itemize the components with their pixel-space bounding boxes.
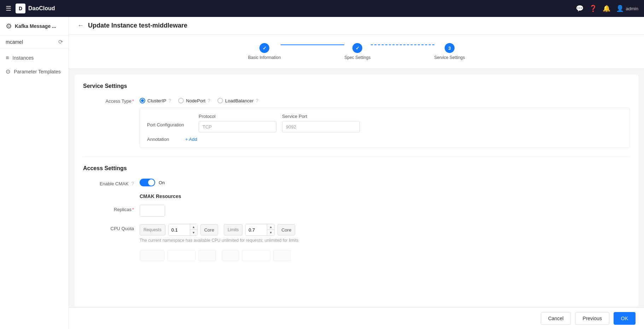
radio-clusterip-circle [140,98,145,103]
step-basic-info-label: Basic Information [248,55,281,60]
brand-name: DaoCloud [28,5,55,12]
previous-button[interactable]: Previous [575,312,609,325]
radio-nodeport[interactable]: NodePort ? [178,98,210,103]
admin-label: admin [626,6,638,11]
memory-requests-box [167,250,195,261]
port-service-col: Service Port [282,114,360,132]
memory-quota-row [83,250,630,261]
cancel-button[interactable]: Cancel [541,312,571,325]
replicas-input-container: ▲ ▼ [140,205,165,217]
step-basic-info-circle: ✓ [259,43,269,53]
limits-unit: Core [277,224,295,235]
sidebar-item-parameter-templates[interactable]: ⊙ Parameter Templates [0,65,69,78]
requests-badge: Requests [140,224,165,235]
access-settings-title: Access Settings [83,165,630,172]
radio-nodeport-label: NodePort [186,98,205,103]
access-type-radio-group: ClusterIP ? NodePort ? LoadBalancer ? [140,96,630,103]
sidebar: ⚙ Kafka Message ... mcamel ⟳ ≡ Instances… [0,17,69,329]
nodeport-help-icon[interactable]: ? [207,98,210,103]
replicas-input[interactable] [140,205,165,216]
requests-value-box: ▲ ▼ [168,224,198,236]
port-fields: Port Configuration Protocol Service Port [147,114,622,132]
add-annotation-button[interactable]: + Add [185,137,197,142]
help-icon[interactable]: ❓ [589,5,597,12]
step-service-settings: 3 Service Settings [434,43,465,60]
cpu-quota-label: CPU Quota [83,224,140,231]
enable-cmak-help-icon[interactable]: ? [131,181,134,186]
service-port-input[interactable] [282,121,360,132]
steps-container: ✓ Basic Information ✓ Spec Settings 3 Se… [69,35,644,69]
logo-icon: D [16,4,25,13]
protocol-col-label: Protocol [199,114,276,119]
sidebar-nav: ≡ Instances ⊙ Parameter Templates [0,48,69,81]
hamburger-icon[interactable]: ☰ [6,5,11,12]
limits-value-box: ▲ ▼ [245,224,275,236]
clusterip-help-icon[interactable]: ? [168,98,171,103]
radio-clusterip[interactable]: ClusterIP ? [140,98,171,103]
chat-icon[interactable]: 💬 [576,5,584,12]
step-service-settings-circle: 3 [445,43,455,53]
toggle-container: On [140,179,630,186]
cpu-quota-row: CPU Quota Requests ▲ ▼ Core Limits [83,224,630,243]
limits-increment[interactable]: ▲ [267,224,274,230]
instances-icon: ≡ [6,55,9,61]
step-line-2 [371,44,434,45]
brand-logo: D DaoCloud [16,4,55,13]
replicas-control: ▲ ▼ [140,205,630,217]
sidebar-user-name: mcamel [6,39,23,45]
step-spec-settings-circle: ✓ [352,43,362,53]
radio-loadbalancer[interactable]: LoadBalancer ? [217,98,258,103]
cpu-quota-control: Requests ▲ ▼ Core Limits [140,224,630,243]
replicas-label: Replicas* [83,205,140,212]
limits-decrement[interactable]: ▼ [267,230,274,235]
step-spec-settings: ✓ Spec Settings [344,43,370,60]
service-settings-title: Service Settings [83,83,630,89]
form-content: Service Settings Access Type* ClusterIP … [75,74,638,306]
requests-increment[interactable]: ▲ [190,224,197,230]
step-basic-info: ✓ Basic Information [248,43,281,60]
limits-input[interactable] [246,224,267,235]
back-button[interactable]: ← [77,22,84,29]
service-port-col-label: Service Port [282,114,360,119]
access-type-control: ClusterIP ? NodePort ? LoadBalancer ? [140,96,630,148]
radio-clusterip-label: ClusterIP [147,98,166,103]
limits-spinners: ▲ ▼ [267,224,274,235]
step-line-1 [281,44,344,45]
parameter-templates-icon: ⊙ [6,68,10,75]
toggle-state-label: On [159,180,165,185]
memory-requests-badge [140,250,164,261]
enable-cmak-row: Enable CMAK ? On [83,179,630,186]
access-type-label: Access Type* [83,96,140,104]
parameter-templates-label: Parameter Templates [14,69,61,74]
step-service-settings-label: Service Settings [434,55,465,60]
requests-decrement[interactable]: ▼ [190,230,197,235]
bottom-bar: Cancel Previous OK [69,307,644,329]
section-divider-1 [83,156,630,157]
limits-badge: Limits [224,224,242,235]
port-config-box: Port Configuration Protocol Service Port [140,108,630,148]
notification-icon[interactable]: 🔔 [603,5,610,12]
sidebar-user-row: mcamel ⟳ [0,36,69,48]
radio-loadbalancer-label: LoadBalancer [225,98,253,103]
annotation-label: Annotation [147,137,182,142]
protocol-input[interactable] [199,121,276,132]
page-title: Update Instance test-middleware [88,22,187,29]
memory-limits-unit [273,250,291,261]
port-config-section-label: Port Configuration [147,119,193,127]
sidebar-item-instances[interactable]: ≡ Instances [0,51,69,65]
loadbalancer-help-icon[interactable]: ? [256,98,258,103]
requests-input[interactable] [169,224,190,235]
access-type-row: Access Type* ClusterIP ? NodePort ? [83,96,630,148]
ok-button[interactable]: OK [614,312,636,325]
memory-requests-unit [198,250,216,261]
sidebar-app-icon: ⚙ [6,22,12,30]
memory-limits-box [242,250,270,261]
step-spec-settings-label: Spec Settings [344,55,370,60]
main-content: ← Update Instance test-middleware ✓ Basi… [69,17,644,329]
radio-loadbalancer-circle [217,98,223,103]
enable-cmak-toggle[interactable] [140,179,155,186]
user-avatar-icon: 👤 [616,5,624,12]
refresh-icon[interactable]: ⟳ [58,38,63,45]
memory-limits-badge [222,250,239,261]
admin-menu[interactable]: 👤 admin [616,5,638,12]
